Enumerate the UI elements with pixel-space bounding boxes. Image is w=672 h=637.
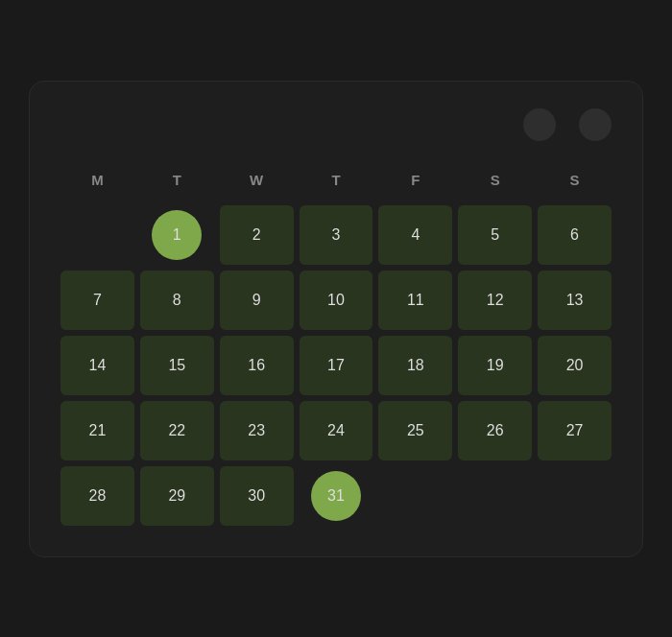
weeks-container: 1234567891011121314151617181920212223242… xyxy=(60,205,612,526)
day-header: F xyxy=(378,168,452,198)
day-header: W xyxy=(220,168,294,198)
week-row: 21222324252627 xyxy=(60,401,612,460)
day-cell[interactable]: 6 xyxy=(538,205,612,265)
day-header: M xyxy=(60,168,134,198)
day-cell[interactable]: 15 xyxy=(140,336,214,395)
day-cell[interactable]: 24 xyxy=(300,401,373,460)
day-cell[interactable]: 16 xyxy=(220,336,294,395)
day-cell xyxy=(378,466,452,526)
day-cell[interactable]: 30 xyxy=(220,466,294,526)
day-cell[interactable]: 17 xyxy=(300,336,373,395)
day-cell[interactable]: 9 xyxy=(220,271,294,330)
day-cell[interactable]: 31 xyxy=(311,471,361,521)
day-header: T xyxy=(140,168,214,198)
day-cell[interactable]: 22 xyxy=(140,401,214,460)
day-cell[interactable]: 21 xyxy=(60,401,134,460)
prev-month-button[interactable] xyxy=(523,108,556,141)
day-cell[interactable]: 28 xyxy=(60,466,134,526)
day-cell[interactable]: 18 xyxy=(378,336,452,395)
day-cell xyxy=(458,466,532,526)
day-cell[interactable]: 27 xyxy=(538,401,612,460)
day-cell[interactable]: 3 xyxy=(300,205,373,265)
calendar-header xyxy=(60,108,612,141)
day-cell[interactable]: 7 xyxy=(60,271,134,330)
day-cell[interactable]: 29 xyxy=(140,466,214,526)
day-cell[interactable]: 14 xyxy=(60,336,134,395)
day-headers-row: MTWTFSS xyxy=(60,168,612,198)
day-cell[interactable]: 2 xyxy=(220,205,294,265)
day-cell[interactable]: 1 xyxy=(152,210,202,260)
day-cell[interactable]: 5 xyxy=(458,205,532,265)
calendar-card: MTWTFSS 12345678910111213141516171819202… xyxy=(29,81,643,557)
day-header: S xyxy=(458,168,532,198)
week-row: 78910111213 xyxy=(60,271,612,330)
day-cell[interactable]: 10 xyxy=(300,271,373,330)
day-cell[interactable]: 23 xyxy=(220,401,294,460)
day-header: T xyxy=(300,168,373,198)
day-cell[interactable]: 11 xyxy=(378,271,452,330)
day-cell[interactable]: 25 xyxy=(378,401,452,460)
day-cell[interactable]: 26 xyxy=(458,401,532,460)
week-row: 123456 xyxy=(60,205,612,265)
week-row: 28293031 xyxy=(60,466,612,526)
day-cell[interactable]: 19 xyxy=(458,336,532,395)
day-header: S xyxy=(538,168,612,198)
next-month-button[interactable] xyxy=(579,108,612,141)
day-cell[interactable]: 4 xyxy=(378,205,452,265)
day-cell[interactable]: 20 xyxy=(538,336,612,395)
day-cell[interactable]: 12 xyxy=(458,271,532,330)
day-cell xyxy=(60,205,134,265)
day-cell[interactable]: 8 xyxy=(140,271,214,330)
month-nav xyxy=(523,108,612,141)
day-cell[interactable]: 13 xyxy=(538,271,612,330)
week-row: 14151617181920 xyxy=(60,336,612,395)
day-cell xyxy=(538,466,612,526)
